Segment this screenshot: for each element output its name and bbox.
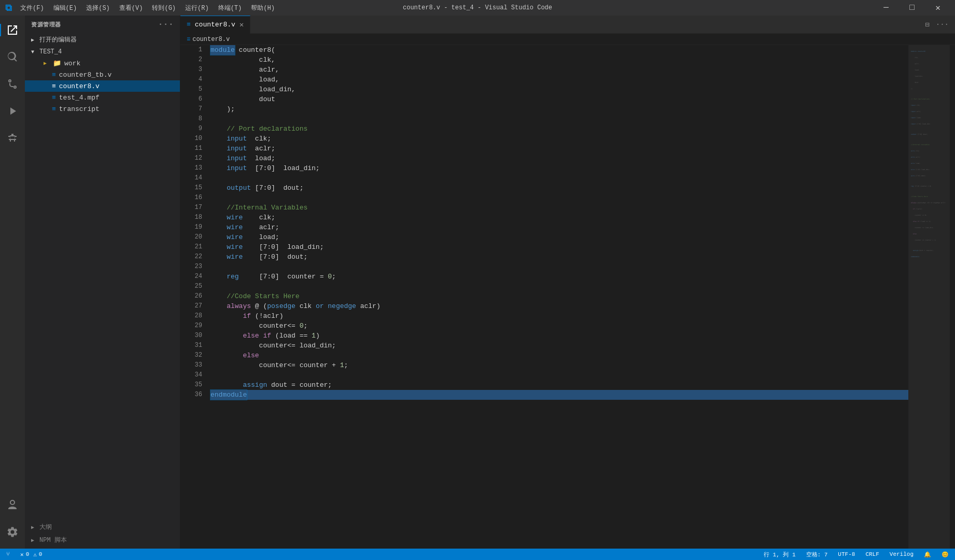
outline-toggle[interactable]: ▶ 大纲 [25,521,180,534]
sidebar-item-counter8[interactable]: ≡ counter8.v [25,80,180,92]
code-token [210,242,227,252]
npm-scripts-toggle[interactable]: ▶ NPM 脚本 [25,534,180,547]
menu-terminal[interactable]: 终端(T) [214,3,246,13]
debug-icon[interactable] [0,99,25,123]
title-bar: ⧉ 文件(F) 编辑(E) 选择(S) 查看(V) 转到(G) 运行(R) 终端… [0,0,955,16]
sidebar-item-work[interactable]: ▶ 📁 work [25,58,180,69]
line-number: 17 [185,203,202,213]
notifications-item[interactable]: 🔔 [922,549,933,560]
extensions-icon[interactable] [0,125,25,150]
sidebar-item-counter8-tb[interactable]: ≡ counter8_tb.v [25,69,180,80]
code-token: [7:0] load_din; [243,242,324,252]
chevron-down-icon: ▼ [31,49,37,55]
code-token: aclr) [356,301,381,311]
menu-view[interactable]: 查看(V) [115,3,147,13]
code-token: [7:0] dout; [243,252,307,262]
git-branch-icon: ⑂ [6,551,10,557]
cursor-position-item[interactable]: 行 1, 列 1 [762,549,798,560]
line-number: 18 [185,213,202,222]
vertical-scrollbar[interactable] [950,45,955,549]
line-number: 31 [185,341,202,351]
code-token: dout [210,94,275,104]
git-branch-item[interactable]: ⑂ [4,549,12,560]
open-editors-toggle[interactable]: ▶ 打开的编辑器 [25,33,180,46]
code-token: (load == [271,331,312,341]
sidebar-item-test4-mpf[interactable]: ≡ test_4.mpf [25,92,180,103]
line-number: 15 [185,183,202,193]
code-token [210,183,227,193]
sidebar-more-button[interactable]: ··· [158,20,174,29]
line-number: 23 [185,262,202,272]
chevron-right-icon: ▶ [31,524,37,530]
code-line: else if (load == 1) [210,331,908,341]
feedback-item[interactable]: 😊 [939,549,951,560]
line-number: 35 [185,380,202,390]
errors-item[interactable]: ✕ 0 ⚠ 0 [18,549,44,560]
minimap[interactable]: module counter8( clk, aclr, load, load_d… [908,45,950,549]
menu-goto[interactable]: 转到(G) [148,3,180,13]
chevron-right-icon: ▶ [31,537,37,543]
code-line: wire [7:0] dout; [210,252,908,262]
code-token: 1 [312,331,316,341]
menu-run[interactable]: 运行(R) [181,3,213,13]
project-toggle[interactable]: ▼ TEST_4 [25,46,180,58]
sidebar-item-transcript[interactable]: ≡ transcript [25,103,180,115]
language-item[interactable]: Verilog [888,549,916,560]
window-controls: ─ □ ✕ [874,0,950,16]
menu-file[interactable]: 文件(F) [16,3,48,13]
source-control-icon[interactable] [0,72,25,96]
encoding-item[interactable]: UTF-8 [836,549,857,560]
line-ending-label: CRLF [865,551,879,557]
close-button[interactable]: ✕ [926,0,950,16]
line-number: 16 [185,193,202,203]
more-actions-button[interactable]: ··· [934,18,951,31]
explorer-icon[interactable] [0,18,25,43]
file-icon: ≡ [52,94,56,102]
sidebar-title: 资源管理器 [31,21,61,29]
split-editor-button[interactable]: ⊟ [923,18,931,31]
breadcrumb-icon: ≡ [187,36,190,43]
sidebar-footer: ▶ 大纲 ▶ NPM 脚本 [25,519,180,549]
line-ending-item[interactable]: CRLF [863,549,881,560]
code-line: dout [210,94,908,104]
minimize-button[interactable]: ─ [874,0,898,16]
code-line: input [7:0] load_din; [210,163,908,173]
indent-item[interactable]: 空格: 7 [804,549,830,560]
code-token: aclr; [243,222,279,232]
code-line: load, [210,75,908,85]
menu-select[interactable]: 选择(S) [82,3,114,13]
code-line [210,262,908,272]
line-number: 32 [185,351,202,360]
file-icon: ≡ [52,105,56,113]
breadcrumb-filename[interactable]: counter8.v [192,36,230,43]
maximize-button[interactable]: □ [900,0,924,16]
code-token: 1 [340,360,344,370]
code-token [210,213,227,222]
menu-help[interactable]: 帮助(H) [247,3,279,13]
code-token: input [227,153,247,163]
line-number: 22 [185,252,202,262]
settings-icon[interactable] [0,520,25,544]
code-line: input load; [210,153,908,163]
code-line: wire aclr; [210,222,908,232]
sidebar-header: 资源管理器 ··· [25,16,180,33]
status-bar: ⑂ ✕ 0 ⚠ 0 行 1, 列 1 空格: 7 UTF-8 CRLF Veri… [0,549,955,560]
tab-counter8[interactable]: ≡ counter8.v ✕ [180,16,250,34]
code-line: module counter8( [210,45,908,55]
code-token [210,153,227,163]
code-token [210,272,227,282]
code-content[interactable]: module counter8( clk, aclr, load, load_d… [206,45,908,549]
search-icon[interactable] [0,45,25,69]
tab-close-button[interactable]: ✕ [240,20,244,29]
code-token: ; [344,360,348,370]
line-number: 36 [185,390,202,400]
line-number: 7 [185,104,202,114]
tree-item-label: counter8_tb.v [59,71,111,79]
account-icon[interactable] [0,493,25,517]
menu-edit[interactable]: 编辑(E) [49,3,81,13]
code-token [259,331,263,341]
code-token: module [210,45,235,55]
code-token: //Internal Variables [227,203,307,213]
line-number: 8 [185,114,202,124]
code-token [210,203,227,213]
